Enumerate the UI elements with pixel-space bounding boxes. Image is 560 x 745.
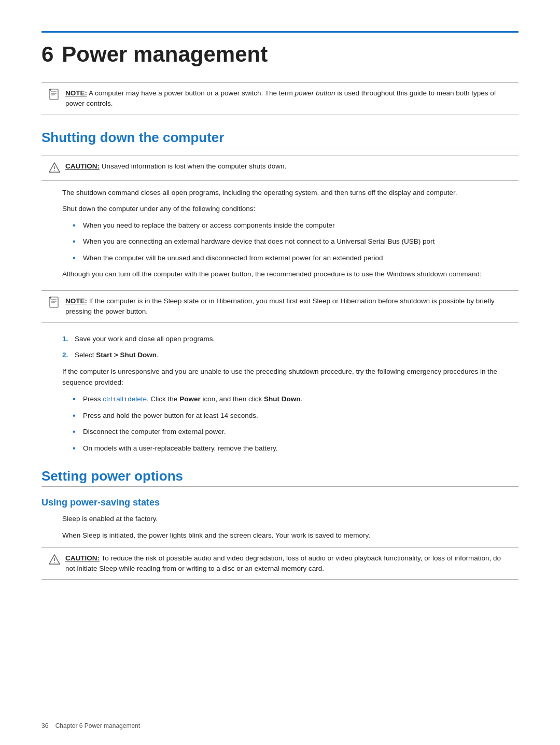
note-content-1: NOTE: A computer may have a power button… (65, 88, 511, 109)
body-para-4: If the computer is unresponsive and you … (62, 366, 519, 388)
step-text-1: Save your work and close all open progra… (75, 335, 215, 343)
note-icon-svg-2 (49, 297, 60, 308)
emergency-bullet-1: Press ctrl+alt+delete. Click the Power i… (83, 395, 302, 403)
emergency-bullet-4: On models with a user-replaceable batter… (83, 444, 277, 452)
chapter-header: 6Power management (41, 31, 519, 67)
body-para-3: Although you can turn off the computer w… (62, 269, 519, 280)
list-item: 2. Select Start > Shut Down. (62, 349, 519, 361)
page-footer: 36 Chapter 6 Power management (41, 722, 140, 729)
note-text-2: If the computer is in the Sleep state or… (65, 297, 495, 315)
kbd-alt: alt (116, 395, 123, 403)
note-icon-1 (49, 89, 60, 102)
note-italic-1: power button (295, 89, 335, 97)
svg-point-7 (54, 170, 55, 171)
footer-page-num: 36 (41, 722, 48, 729)
caution-icon-2 (49, 554, 60, 567)
step-text-2a: Select (75, 351, 96, 359)
step-number-2: 2. (62, 349, 68, 361)
bullet-list-1: When you need to replace the battery or … (73, 220, 519, 264)
body-para-1: The shutdown command closes all open pro… (62, 187, 519, 199)
section-title-1: Shutting down the computer (41, 130, 519, 148)
body-para-6: When Sleep is initiated, the power light… (62, 530, 519, 541)
list-item: When the computer will be unused and dis… (73, 252, 519, 264)
note-icon-2 (49, 297, 60, 310)
list-item: Press ctrl+alt+delete. Click the Power i… (73, 393, 519, 405)
note-icon-svg (49, 89, 60, 100)
emergency-bullet-2: Press and hold the power button for at l… (83, 412, 258, 419)
caution-icon-svg-1 (49, 162, 60, 173)
note-content-2: NOTE: If the computer is in the Sleep st… (65, 296, 511, 317)
power-bold: Power (179, 395, 201, 403)
list-item: Press and hold the power button for at l… (73, 410, 519, 421)
chapter-title: Power management (62, 42, 268, 66)
step-bold-2: Start > Shut Down (96, 351, 157, 359)
caution-content-1: CAUTION: Unsaved information is lost whe… (65, 161, 286, 172)
caution-label-2: CAUTION: (65, 554, 100, 562)
section-title-2: Setting power options (41, 468, 519, 487)
svg-rect-8 (50, 297, 58, 307)
shutdown-bold: Shut Down (264, 395, 301, 403)
note-box-1: NOTE: A computer may have a power button… (41, 82, 519, 115)
numbered-list-1: 1. Save your work and close all open pro… (62, 333, 519, 361)
bullet-list-2: Press ctrl+alt+delete. Click the Power i… (73, 393, 519, 454)
body-para-5: Sleep is enabled at the factory. (62, 513, 519, 525)
emergency-bullet-3: Disconnect the computer from external po… (83, 428, 226, 435)
kbd-ctrl: ctrl (103, 395, 112, 403)
svg-point-15 (54, 562, 55, 563)
step-text-2b: . (157, 351, 159, 359)
list-item: When you are connecting an external hard… (73, 236, 519, 247)
note-label-2: NOTE: (65, 297, 87, 305)
list-item: When you need to replace the battery or … (73, 220, 519, 231)
note-text-1: A computer may have a power button or a … (89, 89, 295, 97)
caution-content-2: CAUTION: To reduce the risk of possible … (65, 553, 511, 574)
caution-icon-1 (49, 162, 60, 175)
kbd-delete: delete (128, 395, 147, 403)
caution-box-1: CAUTION: Unsaved information is lost whe… (41, 156, 519, 181)
body-para-2: Shut down the computer under any of the … (62, 203, 519, 215)
step-number-1: 1. (62, 333, 68, 345)
caution-text-1: Unsaved information is lost when the com… (102, 162, 286, 170)
svg-rect-0 (50, 89, 58, 100)
caution-label-1: CAUTION: (65, 162, 100, 170)
caution-icon-svg-2 (49, 554, 60, 565)
list-item: On models with a user-replaceable batter… (73, 443, 519, 454)
list-item: 1. Save your work and close all open pro… (62, 333, 519, 345)
caution-text-2: To reduce the risk of possible audio and… (65, 554, 501, 572)
plus1: + (112, 395, 116, 403)
chapter-number: 6 (41, 42, 53, 66)
footer-chapter: Chapter 6 Power management (55, 722, 140, 729)
subsection-title-1: Using power-saving states (41, 497, 519, 508)
note-label-1: NOTE: (65, 89, 87, 97)
note-box-2: NOTE: If the computer is in the Sleep st… (41, 290, 519, 323)
caution-box-2: CAUTION: To reduce the risk of possible … (41, 547, 519, 580)
list-item: Disconnect the computer from external po… (73, 426, 519, 438)
